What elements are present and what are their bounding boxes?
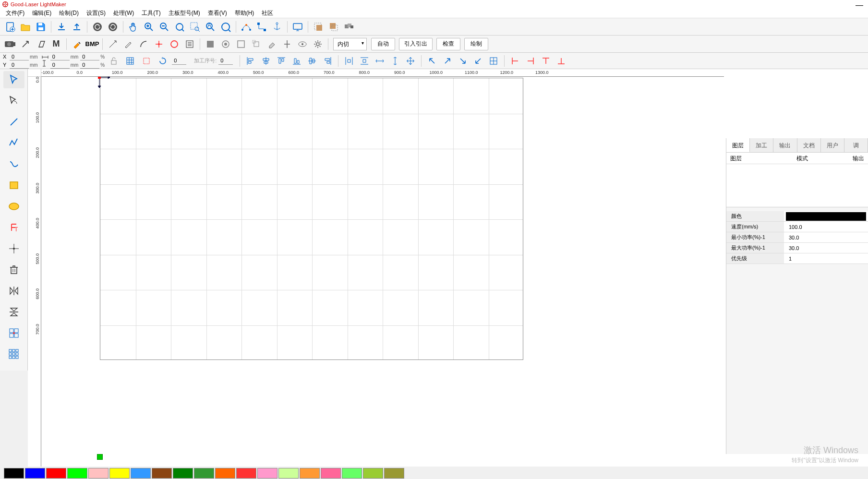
grid-array-tool[interactable] [3, 346, 24, 363]
minimize-button[interactable]: — [856, 1, 863, 10]
align-right-button[interactable] [321, 54, 334, 68]
auto-button[interactable]: 自动 [371, 38, 395, 50]
prop-color-swatch[interactable] [786, 212, 866, 221]
snap-button[interactable] [152, 37, 166, 51]
layer-list[interactable] [726, 164, 868, 207]
zoom-selection-button[interactable] [188, 20, 202, 34]
align-hcenter-button[interactable] [259, 54, 273, 68]
align-vcenter-button[interactable] [305, 54, 319, 68]
prop-maxpower-value[interactable]: 30.0 [784, 245, 868, 251]
align-center-button[interactable] [280, 37, 294, 51]
align-bottom-button[interactable] [290, 54, 303, 68]
corner-tl-button[interactable] [425, 54, 439, 68]
prop-minpower-value[interactable]: 30.0 [784, 235, 868, 240]
select-mode-button[interactable] [139, 54, 154, 68]
node-tool-button[interactable] [254, 20, 269, 34]
color-swatch[interactable] [363, 468, 383, 479]
rot-input[interactable] [172, 57, 186, 65]
h-input[interactable] [50, 61, 70, 69]
zoom-all-button[interactable]: A [203, 20, 217, 34]
mirror-h-tool[interactable] [3, 282, 24, 299]
menu-board[interactable]: 主板型号(M) [165, 8, 204, 18]
menu-community[interactable]: 社区 [258, 8, 277, 18]
edge-right-button[interactable] [524, 54, 537, 68]
ellipse-tool[interactable] [3, 198, 24, 215]
new-file-button[interactable] [3, 20, 17, 34]
dist-v-button[interactable] [358, 54, 371, 68]
color-swatch[interactable] [215, 468, 235, 479]
node-edit-tool[interactable] [3, 92, 24, 109]
mirror-v-tool[interactable] [3, 303, 24, 321]
save-file-button[interactable] [34, 20, 48, 34]
align-top-button[interactable] [275, 54, 288, 68]
tab-doc[interactable]: 文档 [797, 138, 821, 152]
menu-help[interactable]: 帮助(H) [231, 8, 258, 18]
color-swatch[interactable] [25, 468, 45, 479]
monitor-button[interactable] [290, 20, 305, 34]
tab-process[interactable]: 加工 [750, 138, 773, 152]
align-left-button[interactable] [244, 54, 257, 68]
canvas[interactable] [41, 77, 724, 467]
tab-user[interactable]: 用户 [821, 138, 844, 152]
color-swatch[interactable] [67, 468, 87, 479]
tab-output[interactable]: 输出 [773, 138, 797, 152]
layer-tool1-button[interactable] [311, 20, 326, 34]
pen-button[interactable] [121, 37, 135, 51]
draw-button[interactable]: 绘制 [464, 38, 488, 50]
settings-button[interactable] [311, 37, 325, 51]
color-swatch[interactable] [321, 468, 341, 479]
export-button[interactable] [70, 20, 84, 34]
px-input[interactable] [80, 53, 99, 60]
menu-file[interactable]: 文件(F) [2, 8, 28, 18]
menu-tools[interactable]: 工具(T) [138, 8, 164, 18]
rotate-button[interactable] [156, 54, 170, 68]
zoom-in-button[interactable] [142, 20, 156, 34]
fill-rect-button[interactable] [203, 37, 217, 51]
text-m-button[interactable]: M [49, 37, 63, 51]
zoom-page-button[interactable] [218, 20, 233, 34]
skew-tool-button[interactable] [34, 37, 48, 51]
zoom-out-button[interactable] [157, 20, 171, 34]
py-input[interactable] [80, 61, 99, 69]
space-v-button[interactable] [388, 54, 402, 68]
grid-anchor-button[interactable] [123, 54, 137, 68]
bounds-button[interactable] [234, 37, 248, 51]
color-swatch[interactable] [109, 468, 130, 479]
arrow-tool-button[interactable] [18, 37, 33, 51]
polyline-tool[interactable] [3, 134, 24, 152]
pan-button[interactable] [126, 20, 141, 34]
layer-tool2-button[interactable] [326, 20, 341, 34]
tab-layer[interactable]: 图层 [726, 138, 750, 152]
prop-priority-value[interactable]: 1 [784, 256, 868, 262]
path-tool-button[interactable] [239, 20, 253, 34]
menu-edit[interactable]: 编辑(E) [28, 8, 55, 18]
redo-button[interactable] [106, 20, 120, 34]
line-tool[interactable] [3, 113, 24, 131]
color-swatch[interactable] [384, 468, 404, 479]
delete-tool[interactable] [3, 261, 24, 278]
corner-tr-button[interactable] [441, 54, 454, 68]
color-swatch[interactable] [342, 468, 362, 479]
undo-button[interactable] [90, 20, 105, 34]
text-tool[interactable]: T [3, 219, 24, 236]
color-swatch[interactable] [173, 468, 193, 479]
curve-tool[interactable] [3, 156, 24, 173]
menu-draw[interactable]: 绘制(D) [55, 8, 83, 18]
anchor-tool-button[interactable] [270, 20, 284, 34]
x-input[interactable] [10, 53, 29, 60]
space-h-button[interactable] [373, 54, 386, 68]
prop-speed-value[interactable]: 100.0 [784, 224, 868, 230]
corner-br-button[interactable] [456, 54, 470, 68]
order-input[interactable] [218, 57, 233, 65]
menu-settings[interactable]: 设置(S) [83, 8, 109, 18]
w-input[interactable] [50, 53, 70, 60]
color-swatch[interactable] [278, 468, 299, 479]
import-button[interactable] [54, 20, 69, 34]
edge-left-button[interactable] [508, 54, 522, 68]
cut-mode-select[interactable]: 内切 [333, 38, 367, 50]
bmp-button[interactable]: BMP [85, 37, 99, 51]
color-swatch[interactable] [152, 468, 172, 479]
grid-center-button[interactable] [487, 54, 500, 68]
list-button[interactable] [182, 37, 197, 51]
rect-tool[interactable] [3, 177, 24, 194]
